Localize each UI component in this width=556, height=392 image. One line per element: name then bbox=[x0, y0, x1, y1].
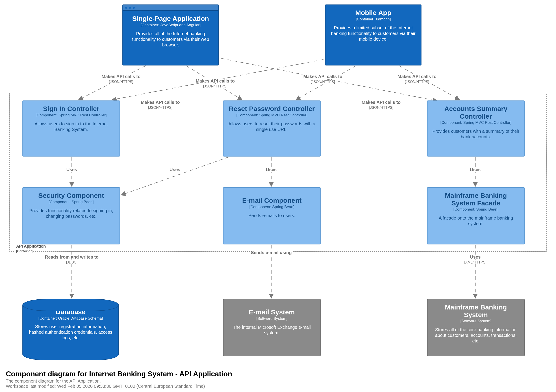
reset-desc: Allows users to reset their passwords wi… bbox=[228, 121, 316, 132]
spa-desc: Provides all of the Internet banking fun… bbox=[127, 31, 214, 48]
database-node[interactable]: Database [Container: Oracle Database Sch… bbox=[23, 299, 119, 360]
reset-controller-node[interactable]: Reset Password Controller [Component: Sp… bbox=[223, 101, 321, 157]
accounts-tech: [Component: Spring MVC Rest Controller] bbox=[432, 120, 520, 125]
signin-name: Sign In Controller bbox=[27, 105, 115, 113]
email-component-node[interactable]: E-mail Component [Component: Spring Bean… bbox=[223, 187, 321, 244]
reset-tech: [Component: Spring MVC Rest Controller] bbox=[228, 113, 316, 118]
edge-security-db: Reads from and writes to[JDBC] bbox=[44, 255, 100, 264]
signin-controller-node[interactable]: Sign In Controller [Component: Spring MV… bbox=[23, 101, 120, 157]
accounts-name: Accounts Summary Controller bbox=[432, 105, 520, 120]
emailc-tech: [Component: Spring Bean] bbox=[228, 205, 316, 209]
api-application-label-text: API Application bbox=[15, 244, 47, 249]
emailsys-desc: The internal Microsoft Exchange e-mail s… bbox=[228, 324, 316, 336]
spa-node[interactable]: Single-Page Application [Container: Java… bbox=[122, 5, 219, 65]
spa-tech: [Container: JavaScript and Angular] bbox=[127, 23, 214, 27]
diagram-title: Component diagram for Internet Banking S… bbox=[6, 370, 232, 378]
facade-desc: A facade onto the mainframe banking syst… bbox=[432, 215, 520, 227]
mainframe-system-node[interactable]: Mainframe Banking System [Software Syste… bbox=[427, 299, 525, 356]
signin-tech: [Component: Spring MVC Rest Controller] bbox=[27, 113, 115, 118]
edge-facade-mainframe: Uses[XML/HTTPS] bbox=[453, 255, 498, 264]
mainframe-name: Mainframe Banking System bbox=[432, 303, 520, 318]
emailc-desc: Sends e-mails to users. bbox=[228, 213, 316, 219]
mobile-name: Mobile App bbox=[330, 9, 417, 16]
facade-name: Mainframe Banking System Facade bbox=[432, 192, 520, 207]
diagram-timestamp: Workspace last modified: Wed Feb 05 2020… bbox=[6, 384, 232, 389]
mobile-tech: [Container: Xamarin] bbox=[330, 17, 417, 22]
accounts-controller-node[interactable]: Accounts Summary Controller [Component: … bbox=[427, 101, 525, 157]
api-application-label: API Application [Container] bbox=[15, 244, 47, 253]
emailsys-tech: [Software System] bbox=[228, 316, 316, 321]
edge-spa-reset: Makes API calls to[JSON/HTTPS] bbox=[184, 78, 247, 88]
diagram-footer: Component diagram for Internet Banking S… bbox=[6, 370, 232, 389]
spa-name: Single-Page Application bbox=[127, 15, 214, 23]
diagram-subtitle: The component diagram for the API Applic… bbox=[6, 378, 232, 384]
edge-mobile-reset: Makes API calls to[JSON/HTTPS] bbox=[292, 74, 354, 84]
signin-desc: Allows users to sign in to the Internet … bbox=[27, 121, 115, 132]
mobile-node[interactable]: Mobile App [Container: Xamarin] Provides… bbox=[325, 5, 422, 65]
facade-tech: [Component: Spring Bean] bbox=[432, 207, 520, 212]
email-system-node[interactable]: E-mail System [Software System] The inte… bbox=[223, 299, 321, 356]
browser-titlebar bbox=[123, 5, 218, 11]
edge-spa-signin: Makes API calls to[JSON/HTTPS] bbox=[90, 74, 153, 84]
security-name: Security Component bbox=[27, 192, 115, 199]
api-application-tech: [Container] bbox=[15, 249, 33, 253]
diagram-canvas: API Application [Container] Single-Page … bbox=[0, 0, 556, 392]
accounts-desc: Provides customers with a summary of the… bbox=[432, 128, 520, 140]
edge-mobile-accounts: Makes API calls to[JSON/HTTPS] bbox=[386, 74, 448, 84]
db-tech: [Container: Oracle Database Schema] bbox=[28, 316, 113, 321]
db-desc: Stores user registration information, ha… bbox=[28, 324, 113, 341]
security-tech: [Component: Spring Bean] bbox=[27, 200, 115, 204]
facade-node[interactable]: Mainframe Banking System Facade [Compone… bbox=[427, 187, 525, 244]
reset-name: Reset Password Controller bbox=[228, 105, 316, 113]
security-component-node[interactable]: Security Component [Component: Spring Be… bbox=[23, 187, 120, 244]
emailc-name: E-mail Component bbox=[228, 197, 316, 204]
emailsys-name: E-mail System bbox=[228, 308, 316, 316]
mobile-desc: Provides a limited subset of the Interne… bbox=[330, 25, 417, 42]
security-desc: Provides functionality related to signin… bbox=[27, 208, 115, 219]
mainframe-desc: Stores all of the core banking informati… bbox=[432, 327, 520, 344]
mainframe-tech: [Software System] bbox=[432, 319, 520, 323]
